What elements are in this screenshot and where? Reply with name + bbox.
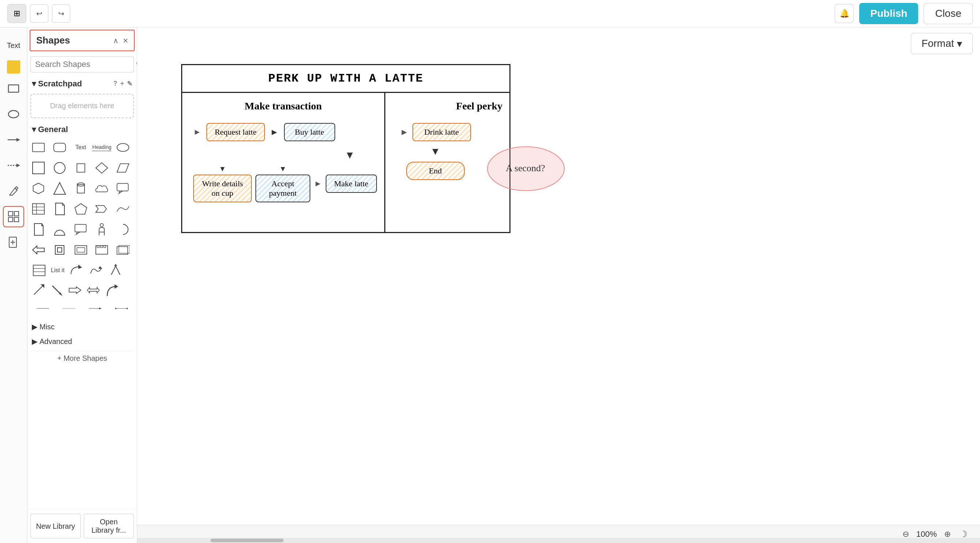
shape-rectangle[interactable] bbox=[30, 139, 46, 156]
connector-dashed[interactable] bbox=[57, 300, 82, 317]
top-toolbar: ⊞ ↩ ↪ 🔔 Publish Close bbox=[0, 0, 980, 27]
shapes-collapse-icon[interactable]: ∧ bbox=[113, 36, 119, 45]
shape-half-circle[interactable] bbox=[52, 221, 68, 237]
shape-curved-arrow[interactable] bbox=[68, 262, 84, 279]
shape-hexagon[interactable] bbox=[30, 180, 46, 196]
scratchpad-section-header[interactable]: ▾ Scratchpad ? + ✎ bbox=[30, 77, 134, 91]
shape-chevron-arrow[interactable] bbox=[108, 262, 124, 279]
more-shapes-row[interactable]: + More Shapes bbox=[30, 351, 134, 366]
svg-rect-9 bbox=[14, 217, 19, 222]
open-library-button[interactable]: Open Library fr... bbox=[84, 514, 134, 538]
shape-triangle[interactable] bbox=[52, 180, 68, 196]
node-write-details[interactable]: Write details on cup bbox=[193, 175, 252, 202]
connector-line[interactable] bbox=[30, 300, 55, 317]
shape-left-arrow[interactable] bbox=[30, 242, 46, 258]
shape-grid-row4 bbox=[30, 201, 134, 217]
shape-text[interactable]: Text bbox=[73, 139, 89, 156]
shape-square[interactable] bbox=[30, 160, 46, 176]
close-button[interactable]: Close bbox=[924, 3, 973, 24]
svg-marker-55 bbox=[99, 266, 103, 269]
shape-curved-right-arrow[interactable] bbox=[103, 282, 120, 298]
shape-step[interactable] bbox=[94, 201, 110, 217]
connector-double-arrow-line[interactable] bbox=[109, 300, 134, 317]
shape-ellipse[interactable] bbox=[115, 139, 131, 156]
shape-slanted[interactable] bbox=[115, 160, 131, 176]
misc-section-header[interactable]: ▶ Misc bbox=[30, 320, 134, 333]
search-container: 🔍 bbox=[30, 56, 134, 72]
shape-speech-bubble[interactable] bbox=[115, 180, 131, 196]
scratchpad-add-icon[interactable]: + bbox=[120, 80, 124, 88]
shape-right-arrow-bold[interactable] bbox=[67, 282, 83, 298]
scrollbar-thumb[interactable] bbox=[210, 538, 283, 542]
sidebar-item-arrow[interactable] bbox=[3, 129, 24, 150]
shape-diagonal-arrow1[interactable] bbox=[30, 282, 46, 298]
format-button[interactable]: Format ▾ bbox=[911, 33, 973, 54]
advanced-section-header[interactable]: ▶ Advanced bbox=[30, 335, 134, 348]
connector-arrow-line[interactable] bbox=[83, 300, 108, 317]
shape-cylinder[interactable] bbox=[73, 180, 89, 196]
shapes-grid-icon bbox=[8, 211, 19, 223]
sidebar-item-text[interactable]: Text bbox=[3, 35, 24, 56]
undo-button[interactable]: ↩ bbox=[30, 5, 48, 23]
shape-diagonal-arrow2[interactable] bbox=[49, 282, 65, 298]
shapes-close-icon[interactable]: × bbox=[123, 35, 128, 46]
shape-film[interactable] bbox=[94, 242, 110, 258]
logo-button[interactable]: ⊞ bbox=[7, 4, 26, 23]
shape-note[interactable] bbox=[30, 221, 46, 237]
shape-heading[interactable]: Heading bbox=[94, 139, 110, 156]
shape-crescent[interactable] bbox=[115, 221, 131, 237]
node-buy-latte[interactable]: Buy latte bbox=[284, 123, 335, 141]
general-section-header[interactable]: ▾ General bbox=[30, 123, 134, 137]
scratchpad-edit-icon[interactable]: ✎ bbox=[127, 80, 132, 88]
toolbar-right: 🔔 Publish Close bbox=[835, 3, 973, 24]
shape-person[interactable] bbox=[94, 221, 110, 237]
node-end[interactable]: End bbox=[406, 162, 465, 180]
publish-button[interactable]: Publish bbox=[859, 3, 918, 24]
svg-line-57 bbox=[34, 286, 43, 295]
sidebar-item-ellipse[interactable] bbox=[3, 104, 24, 125]
sidebar-item-rectangle[interactable] bbox=[3, 78, 24, 99]
node-accept-payment[interactable]: Accept payment bbox=[255, 175, 310, 202]
advanced-label: Advanced bbox=[40, 338, 72, 346]
rectangle-icon bbox=[8, 83, 19, 94]
node-request-latte[interactable]: Request latte bbox=[207, 123, 265, 141]
shape-doc[interactable] bbox=[52, 201, 68, 217]
arrow-req-buy: ► bbox=[270, 127, 279, 137]
shape-double-rect[interactable] bbox=[115, 242, 131, 258]
sidebar-item-dashed-arrow[interactable] bbox=[3, 155, 24, 176]
shape-circle[interactable] bbox=[52, 160, 68, 176]
sidebar-item-add-page[interactable] bbox=[3, 232, 24, 253]
sidebar-item-pencil[interactable] bbox=[3, 180, 24, 202]
new-library-button[interactable]: New Library bbox=[30, 514, 81, 538]
shape-cloud[interactable] bbox=[94, 180, 110, 196]
shape-callout[interactable] bbox=[73, 221, 89, 237]
shape-double-arrow[interactable] bbox=[88, 262, 104, 279]
shape-bracket[interactable] bbox=[52, 242, 68, 258]
svg-rect-27 bbox=[33, 204, 44, 214]
shape-left-right-arrow[interactable] bbox=[85, 282, 101, 298]
shape-wave[interactable] bbox=[115, 201, 131, 217]
redo-button[interactable]: ↪ bbox=[52, 5, 70, 23]
shape-parallelogram[interactable] bbox=[73, 160, 89, 176]
sidebar-item-shapes[interactable] bbox=[3, 206, 24, 227]
node-make-latte[interactable]: Make latte bbox=[326, 175, 377, 193]
shape-diamond[interactable] bbox=[94, 160, 110, 176]
bottom-scrollbar[interactable] bbox=[137, 538, 980, 543]
diagram-col-perky: Feel perky ► Drink latte ▼ bbox=[385, 93, 573, 232]
shape-rounded-rect[interactable] bbox=[52, 139, 68, 156]
toolbar-left: ⊞ ↩ ↪ bbox=[7, 4, 70, 23]
arrow-down-1: ▼ bbox=[345, 149, 355, 161]
search-shapes-input[interactable] bbox=[35, 60, 136, 69]
shape-inner-rect[interactable] bbox=[73, 242, 89, 258]
notifications-button[interactable]: 🔔 bbox=[835, 4, 854, 23]
sticky-note-tool[interactable] bbox=[7, 61, 20, 73]
scratchpad-help-icon[interactable]: ? bbox=[113, 80, 117, 88]
panel-footer: New Library Open Library fr... bbox=[27, 509, 137, 543]
advanced-expand-icon: ▶ bbox=[32, 337, 37, 346]
shapes-header-actions: ∧ × bbox=[113, 35, 128, 46]
scratchpad-area: Drag elements here bbox=[30, 94, 134, 118]
shape-list[interactable] bbox=[31, 262, 47, 279]
shape-table[interactable] bbox=[30, 201, 46, 217]
node-drink-latte[interactable]: Drink latte bbox=[412, 123, 471, 141]
shape-pentagon[interactable] bbox=[73, 201, 89, 217]
